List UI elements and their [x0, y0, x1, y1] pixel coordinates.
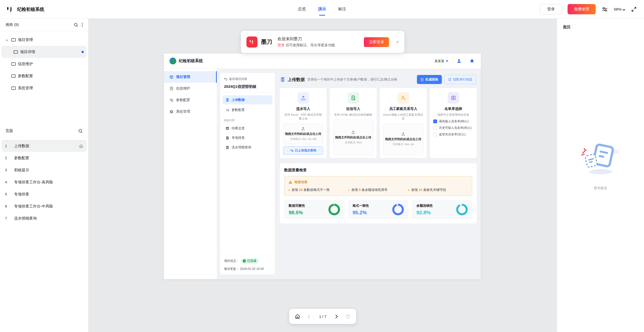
subnav-special-check[interactable]: 专项排查 — [223, 133, 272, 142]
page-item-2[interactable]: 2 参数配置 — [2, 152, 87, 164]
tree-item-label: 系统管理 — [18, 86, 33, 91]
tree-item-system-management[interactable]: 系统管理 — [2, 82, 87, 94]
prev-page-button[interactable] — [308, 315, 311, 318]
bullet-icon: • — [288, 188, 290, 192]
close-icon[interactable]: × — [396, 39, 399, 45]
pages-list: 1 上传数据 2 参数配置 3 初核提示 4 专项排查工作台-高风险 — [0, 137, 88, 227]
tree-item-project-detail[interactable]: 项目详情 — [2, 46, 87, 58]
fullscreen-icon[interactable] — [630, 6, 637, 13]
page-item-5[interactable]: 5 专项排查 — [2, 188, 87, 200]
tab-present[interactable]: 演示 — [318, 0, 326, 19]
document-icon — [226, 136, 229, 140]
subnav-param-config[interactable]: 参数配置 — [223, 105, 272, 114]
next-page-button[interactable] — [334, 315, 337, 318]
tree-item-label: 参数配置 — [18, 74, 33, 78]
page-item-3[interactable]: 3 初核提示 — [2, 164, 87, 176]
finding-format: • 发现 23 条数据格式不一致 — [288, 188, 348, 192]
metric-continuity: 余额连续性 92.8% — [412, 200, 472, 219]
banner-login-link[interactable]: 登录 — [278, 43, 285, 47]
checkbox-regulator-watch[interactable]: 监管关注名单(32人) — [433, 132, 473, 137]
updated-value: 2024-01-20 15:30 — [240, 267, 264, 271]
id-card-icon — [448, 92, 459, 104]
data-quality-section: 数据质量检查 检查结果 • 发现 23 — [280, 163, 477, 224]
page-number: 6 — [5, 204, 14, 208]
chevron-down-icon — [622, 8, 625, 11]
mock-nav-info-maintenance[interactable]: 信息维护 — [164, 83, 217, 94]
quality-metrics: 数据完整性 98.5% 格式一致性 95.2% — [284, 200, 472, 219]
subnav-flow-detail-query[interactable]: 流水明细查询 — [223, 143, 272, 152]
subnav-results-overview[interactable]: 结果总览 — [223, 124, 272, 133]
empty-annotation-text: 暂无批注 — [594, 186, 607, 190]
page-item-6[interactable]: 6 专项排查工作台-中风险 — [2, 200, 87, 212]
canvas-viewport: 墨刀 欢迎来到墨刀 登录 后可使用标注、导出等更多功能 立即登录 × 纪检初核系… — [89, 19, 557, 332]
tab-overview[interactable]: 总览 — [298, 0, 306, 19]
list-checkboxes: ✓ 高风险人员名单(68人) 历史可疑人员名单(45人) — [433, 119, 473, 137]
refresh-icon — [448, 78, 451, 81]
search-icon[interactable] — [74, 23, 78, 27]
content-header: 上传数据 支持在一个项目中上传多个主体/账户数据，进行汇总/独立分析 生成报告 — [280, 75, 476, 84]
sliders-icon — [169, 98, 174, 102]
checkbox-high-risk[interactable]: ✓ 高风险人员名单(68人) — [433, 119, 473, 123]
tree-item-param-config[interactable]: 参数配置 — [2, 70, 87, 82]
project-title: 2024Q1信贷部初核 — [224, 84, 271, 89]
banner-subtitle: 登录 后可使用标注、导出等更多功能 — [278, 43, 360, 48]
progress-ring — [328, 204, 340, 215]
tab-annotate[interactable]: 标注 — [338, 0, 346, 19]
dropzone-credit[interactable]: 拖拽文件到此处或点击上传 支持格式: html — [333, 120, 373, 155]
frame-icon — [14, 50, 18, 54]
cube-icon — [169, 75, 174, 79]
user-icon[interactable] — [453, 59, 465, 63]
tree-item-label: 信息维护 — [18, 62, 33, 66]
frame-icon — [11, 74, 16, 78]
free-use-button[interactable]: 免费使用 — [568, 4, 596, 14]
home-button[interactable] — [295, 314, 300, 319]
back-to-project-list[interactable]: 返回项目列表 — [224, 77, 271, 81]
bullet-icon: • — [348, 188, 350, 192]
dropzone-family[interactable]: 拖拽文件到此处或点击上传 支持格式: xlsx, xls — [383, 123, 423, 155]
gear-icon — [169, 110, 174, 114]
generate-report-button[interactable]: 生成报告 — [417, 75, 442, 84]
card-title: 名单库选择 — [445, 107, 462, 111]
checkbox-icon: ✓ — [433, 119, 437, 123]
login-now-button[interactable]: 立即登录 — [364, 37, 389, 47]
subnav-upload-data[interactable]: 上传数据 — [223, 95, 272, 104]
search-icon[interactable] — [78, 129, 83, 133]
check-result-box: 检查结果 • 发现 23 条数据格式不一致 • — [284, 176, 472, 196]
page-item-4[interactable]: 4 专项排查工作台-高风险 — [2, 176, 87, 188]
card-title: 员工家庭关系导入 — [389, 107, 417, 111]
uploaded-flow-query-button[interactable]: 已上传流水查询 — [283, 146, 323, 155]
checkbox-history-suspect[interactable]: 历史可疑人员名单(45人) — [433, 126, 473, 130]
page-item-7[interactable]: 7 流水明细查询 — [2, 212, 87, 224]
more-menu-icon[interactable] — [82, 23, 83, 27]
mock-nav-param-config[interactable]: 参数配置 — [164, 94, 217, 106]
mock-nav-label: 参数配置 — [176, 98, 190, 102]
pull-bank-info-button[interactable]: 拉取本行信息 — [444, 75, 476, 84]
document-upload-icon — [348, 92, 359, 104]
top-bar: 纪检初核系统 总览 演示 标注 登录 免费使用 58% — [0, 0, 644, 19]
user-dropdown[interactable]: 某某某 — [435, 59, 452, 63]
page-item-1[interactable]: 1 上传数据 — [2, 140, 87, 152]
pages-header-label: 页面 — [6, 129, 13, 133]
sliders-icon — [226, 108, 229, 112]
upload-cards: 流水导入 支持 Excel、PDF 格式文件批量上传 拖拽文件到此处或点击上传 … — [280, 88, 477, 158]
annotation-empty-state: 暂无批注 — [557, 0, 644, 332]
tree-item-project-management[interactable]: 项目管理 — [2, 34, 87, 46]
metric-completeness: 数据完整性 98.5% — [284, 200, 345, 219]
zoom-control[interactable]: 58% — [614, 7, 625, 11]
bell-icon[interactable] — [466, 59, 475, 63]
card-list-library: 名单库选择 选择中介库管理内的名单 ✓ 高风险人员名单(68人) — [430, 88, 477, 158]
welcome-banner: 墨刀 欢迎来到墨刀 登录 后可使用标注、导出等更多功能 立即登录 × — [241, 31, 404, 53]
mock-nav-system-management[interactable]: 系统管理 — [164, 106, 217, 117]
preferences-icon[interactable] — [601, 6, 608, 13]
dropzone-flow[interactable]: 拖拽文件到此处或点击上传 支持格式: xlsx, xls, pdf — [283, 123, 323, 144]
project-subpanel: 返回项目列表 2024Q1信贷部初核 上传数据 — [220, 73, 275, 275]
restart-button[interactable] — [345, 314, 351, 319]
mode-tabs: 总览 演示 标注 — [298, 0, 346, 19]
upload-icon — [285, 127, 321, 131]
login-button[interactable]: 登录 — [540, 4, 562, 14]
chevron-down-icon[interactable] — [5, 39, 9, 41]
tree-item-info-maintenance[interactable]: 信息维护 — [2, 58, 87, 70]
bar-chart-icon — [226, 127, 229, 130]
mock-nav-project-management[interactable]: 项目管理 — [164, 71, 217, 83]
home-page-icon — [79, 144, 83, 148]
